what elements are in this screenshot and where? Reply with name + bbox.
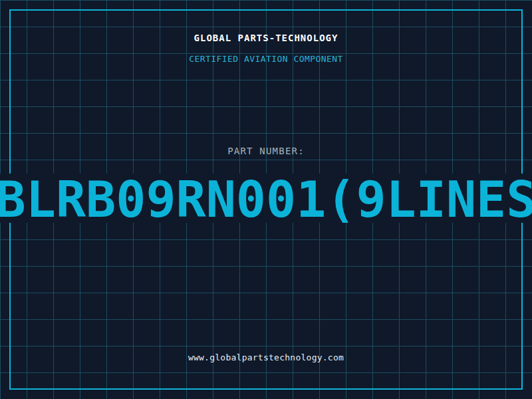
website-url: www.globalpartstechnology.com	[0, 352, 532, 362]
part-number-label: PART NUMBER:	[0, 146, 532, 156]
part-label-page: GLOBAL PARTS-TECHNOLOGY CERTIFIED AVIATI…	[0, 0, 532, 399]
certification-subtitle: CERTIFIED AVIATION COMPONENT	[0, 54, 532, 64]
part-number-value: BLRB09RN001(9LINES	[0, 175, 532, 223]
part-number-strip: BLRB09RN001(9LINES	[0, 174, 532, 223]
company-title: GLOBAL PARTS-TECHNOLOGY	[0, 33, 532, 43]
